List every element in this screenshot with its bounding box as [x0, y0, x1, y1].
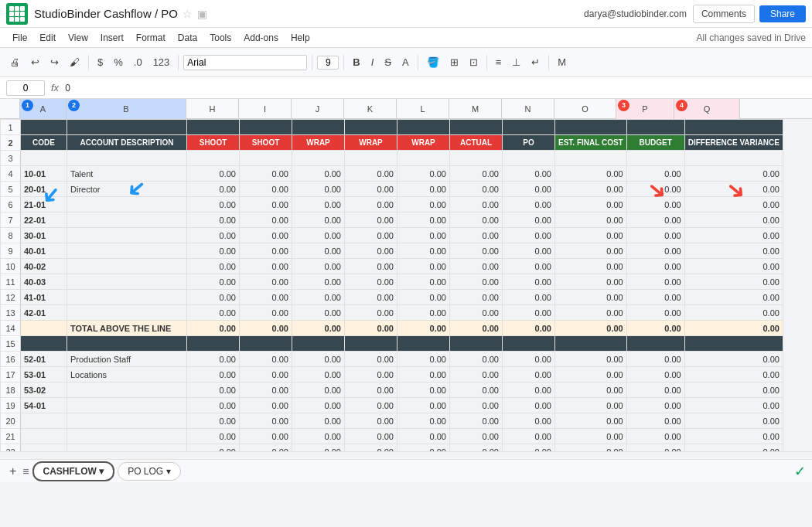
- saved-check-icon: ✓: [794, 463, 806, 480]
- menu-tools[interactable]: Tools: [203, 31, 237, 45]
- menu-data[interactable]: Data: [172, 31, 203, 45]
- comments-button[interactable]: Comments: [693, 5, 755, 23]
- sheet-tab-polog[interactable]: PO LOG ▾: [118, 462, 180, 481]
- header-account-desc[interactable]: ACCOUNT DESCRIPTION: [67, 135, 187, 151]
- header-code[interactable]: CODE: [21, 135, 67, 151]
- header-wrap1[interactable]: WRAP: [292, 135, 345, 151]
- col-header-H[interactable]: H: [186, 99, 239, 119]
- corner-cell: [0, 99, 20, 119]
- header-actual[interactable]: ACTUAL: [450, 135, 503, 151]
- wrap-button[interactable]: ↵: [527, 54, 544, 70]
- grid-wrapper[interactable]: 1 2 CODE ACCOUNT DESCRIPTION SHOOT: [0, 119, 812, 451]
- header-po[interactable]: PO: [503, 135, 555, 151]
- valign-button[interactable]: ⊥: [508, 54, 524, 70]
- cell-desc[interactable]: Director: [67, 182, 187, 197]
- add-sheet-button[interactable]: +: [6, 464, 19, 478]
- menu-file[interactable]: File: [6, 31, 33, 45]
- redo-button[interactable]: ↪: [46, 54, 63, 70]
- header-wrap3[interactable]: WRAP: [397, 135, 450, 151]
- currency-button[interactable]: $: [94, 54, 107, 70]
- col-header-L[interactable]: L: [397, 99, 449, 119]
- fill-color-button[interactable]: 🪣: [423, 54, 443, 70]
- table-row: 1954-010.000.000.000.000.000.000.000.000…: [1, 398, 783, 413]
- borders-button[interactable]: ⊞: [446, 54, 462, 70]
- cell-desc[interactable]: Production Staff: [67, 352, 187, 367]
- decimal-button[interactable]: .0: [130, 54, 146, 70]
- horizontal-scrollbar[interactable]: [0, 451, 812, 459]
- bottom-bar: + ≡ CASHFLOW ▾ PO LOG ▾ ✓: [0, 459, 812, 482]
- sheets-list-button[interactable]: ≡: [22, 465, 29, 478]
- number-format-button[interactable]: 123: [149, 54, 174, 70]
- formula-value: 0: [65, 83, 70, 94]
- table-row: 1140-030.000.000.000.000.000.000.000.000…: [1, 274, 783, 290]
- cell-reference-input[interactable]: [6, 80, 45, 96]
- user-email: darya@studiobinder.com: [584, 8, 687, 19]
- toolbar: 🖨 ↩ ↪ 🖌 $ % .0 123 B I S A 🪣 ⊞ ⊡ ≡ ⊥ ↵ M: [0, 48, 812, 77]
- col-header-I[interactable]: I: [239, 99, 292, 119]
- toolbar-divider-6: [486, 55, 487, 70]
- col-header-O[interactable]: O: [554, 99, 616, 119]
- col-header-P[interactable]: 3 P: [616, 99, 674, 119]
- cell-desc[interactable]: Locations: [67, 367, 187, 382]
- menu-format[interactable]: Format: [130, 31, 172, 45]
- col-header-Q[interactable]: 4 Q: [674, 99, 740, 119]
- row-number: 3: [1, 151, 21, 166]
- top-bar: StudioBinder Cashflow / PO ☆ ▣ darya@stu…: [0, 0, 812, 28]
- font-name-input[interactable]: [183, 55, 307, 70]
- cell-code[interactable]: 20-01: [21, 182, 67, 197]
- paint-format-button[interactable]: 🖌: [66, 54, 84, 70]
- undo-button[interactable]: ↩: [27, 54, 43, 70]
- menu-edit[interactable]: Edit: [33, 31, 62, 45]
- col-header-B[interactable]: 2 B: [67, 99, 186, 119]
- bottom-right-area: ✓: [794, 463, 806, 480]
- cell-B1[interactable]: [67, 120, 187, 135]
- table-row: 830-010.000.000.000.000.000.000.000.000.…: [1, 228, 783, 243]
- document-title: StudioBinder Cashflow / PO: [34, 7, 178, 20]
- bold-button[interactable]: B: [349, 54, 363, 70]
- toolbar-divider-3: [312, 55, 312, 70]
- merge-button[interactable]: ⊡: [466, 54, 482, 70]
- percent-button[interactable]: %: [110, 54, 127, 70]
- spreadsheet-table: 1 2 CODE ACCOUNT DESCRIPTION SHOOT: [0, 119, 783, 451]
- text-color-button[interactable]: A: [398, 54, 413, 70]
- total-above-line-label[interactable]: TOTAL ABOVE THE LINE: [67, 321, 187, 336]
- share-button[interactable]: Share: [759, 5, 806, 22]
- toolbar-divider-5: [418, 55, 418, 70]
- strikethrough-button[interactable]: S: [380, 54, 395, 70]
- row-number: 4: [1, 166, 21, 182]
- menu-help[interactable]: Help: [285, 31, 316, 45]
- header-est-final[interactable]: EST. FINAL COST: [555, 135, 627, 151]
- col-header-A[interactable]: 1 A: [20, 99, 67, 119]
- more-button[interactable]: M: [554, 54, 570, 70]
- cell-A1[interactable]: [21, 120, 67, 135]
- column-headers-row: 1 A 2 B H I J K L M N O 3 P 4 Q: [0, 99, 812, 119]
- folder-icon[interactable]: ▣: [197, 8, 207, 20]
- align-button[interactable]: ≡: [492, 54, 506, 70]
- formula-bar: fx 0: [0, 77, 812, 99]
- menu-view[interactable]: View: [62, 31, 94, 45]
- menu-addons[interactable]: Add-ons: [237, 31, 285, 45]
- col-header-N[interactable]: N: [502, 99, 554, 119]
- font-size-input[interactable]: [317, 56, 339, 70]
- col-header-M[interactable]: M: [449, 99, 502, 119]
- header-wrap2[interactable]: WRAP: [345, 135, 397, 151]
- sheet-tab-cashflow[interactable]: CASHFLOW ▾: [32, 461, 115, 481]
- cell-desc[interactable]: Talent: [67, 166, 187, 182]
- cell-code[interactable]: 10-01: [21, 166, 67, 182]
- star-icon[interactable]: ☆: [183, 8, 193, 20]
- col-header-K[interactable]: K: [344, 99, 397, 119]
- italic-button[interactable]: I: [367, 54, 378, 70]
- header-row: 2 CODE ACCOUNT DESCRIPTION SHOOT SHOOT W…: [1, 135, 783, 151]
- header-diff-variance[interactable]: DIFFERENCE VARIANCE: [684, 135, 783, 151]
- menu-insert[interactable]: Insert: [94, 31, 130, 45]
- table-row: 5 20-01 Director 0.000.00 0.000.00 0.000…: [1, 182, 783, 197]
- table-row: 210.000.000.000.000.000.000.000.000.000.…: [1, 429, 783, 444]
- col-header-J[interactable]: J: [292, 99, 344, 119]
- table-row: 1753-01Locations0.000.000.000.000.000.00…: [1, 367, 783, 382]
- row-number: 2: [1, 135, 21, 151]
- table-row: 940-010.000.000.000.000.000.000.000.000.…: [1, 243, 783, 259]
- header-budget[interactable]: BUDGET: [626, 135, 684, 151]
- header-shoot2[interactable]: SHOOT: [240, 135, 292, 151]
- print-button[interactable]: 🖨: [6, 54, 24, 70]
- header-shoot1[interactable]: SHOOT: [187, 135, 240, 151]
